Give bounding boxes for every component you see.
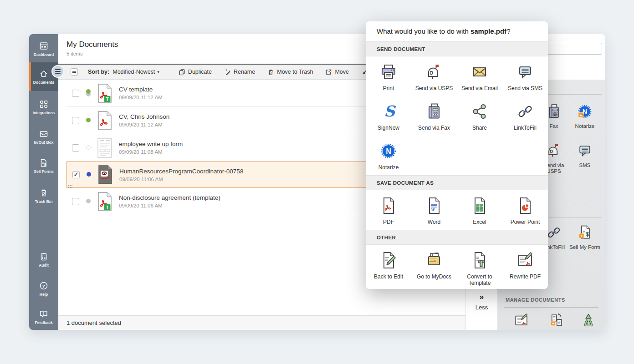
- status-badge: [86, 144, 92, 152]
- status-bar: 1 document selected: [58, 315, 465, 330]
- move-button[interactable]: Move: [325, 69, 349, 76]
- excel-file-icon: [470, 197, 489, 215]
- modal-save-word[interactable]: Word: [411, 190, 457, 230]
- manage-rewrite-button[interactable]: [514, 313, 529, 328]
- drag-handle[interactable]: [68, 185, 69, 186]
- modal-go-to-mydocs[interactable]: Go to MyDocs: [411, 245, 457, 289]
- row-checkbox[interactable]: [72, 90, 79, 97]
- printer-icon: [379, 63, 398, 81]
- sidebar-item-feedback[interactable]: Feedback: [29, 305, 58, 329]
- modal-action-print[interactable]: Print: [366, 56, 411, 96]
- link-icon: [546, 224, 562, 241]
- status-badge: [86, 197, 92, 206]
- modal-action-signnow[interactable]: SignNow: [366, 96, 411, 136]
- sidebar-collapse-button[interactable]: [51, 65, 64, 78]
- modal-action-send-usps[interactable]: Send via USPS: [411, 56, 457, 96]
- modal-action-linktofill[interactable]: LinkToFill: [502, 96, 548, 136]
- sidebar-item-dashboard[interactable]: Dashboard: [29, 38, 58, 61]
- edit-document-icon: [379, 251, 398, 269]
- modal-action-send-sms[interactable]: Send via SMS: [502, 56, 548, 96]
- powerpoint-file-icon: [516, 197, 534, 215]
- feedback-icon: [39, 309, 48, 318]
- divider: [504, 307, 598, 308]
- modal-save-excel[interactable]: Excel: [457, 190, 502, 230]
- sms-bubble-icon: [577, 142, 593, 159]
- inbox-icon: [39, 129, 48, 138]
- status-badge: [87, 171, 92, 179]
- modal-rewrite-pdf[interactable]: Rewrite PDF: [502, 245, 548, 289]
- sidebar-item-help[interactable]: Help: [29, 277, 58, 301]
- word-file-icon: [425, 197, 443, 215]
- trash-icon: [267, 69, 274, 76]
- manage-versions-button[interactable]: [549, 313, 564, 328]
- row-checkbox[interactable]: [72, 117, 79, 124]
- section-other: OTHER: [366, 230, 548, 245]
- share-icon: [470, 102, 489, 121]
- panel-action-sms[interactable]: SMS: [569, 142, 600, 168]
- chevron-double-right-icon: »: [466, 293, 497, 301]
- pencil-icon: [224, 69, 231, 76]
- modal-save-powerpoint[interactable]: Power Point: [502, 190, 548, 230]
- section-send-document: SEND DOCUMENT: [366, 41, 548, 56]
- panel-action-notarize[interactable]: Notarize: [569, 103, 600, 129]
- duplicate-icon: [179, 69, 185, 76]
- less-button[interactable]: » Less: [466, 293, 497, 311]
- home-icon: [39, 69, 48, 78]
- panel-action-sell-my-form[interactable]: Sell My Form: [569, 224, 600, 250]
- modal-action-notarize[interactable]: Notarize: [366, 136, 411, 175]
- envelope-icon: [470, 63, 489, 81]
- link-icon: [516, 102, 534, 121]
- docs-folder-icon: [425, 251, 443, 269]
- status-badge: [86, 116, 92, 125]
- sidebar-item-integrations[interactable]: Integrations: [29, 96, 58, 119]
- signnow-icon: [379, 102, 398, 121]
- rewrite-pdf-icon: [516, 251, 534, 269]
- notarize-seal-icon: [577, 103, 593, 120]
- items-count: 5 items: [66, 51, 82, 56]
- merge-documents-icon: [581, 313, 596, 328]
- sidebar-item-audit[interactable]: Audit: [29, 248, 58, 272]
- rewrite-pdf-icon: [514, 313, 529, 328]
- sms-bubble-icon: [516, 63, 534, 81]
- rename-button[interactable]: Rename: [224, 69, 255, 76]
- pdf-file-icon: [379, 197, 398, 215]
- section-save-document-as: SAVE DOCUMENT AS: [366, 175, 548, 190]
- sort-dropdown[interactable]: Sort by: Modified-Newest ▾: [88, 69, 159, 75]
- modal-action-share[interactable]: Share: [457, 96, 502, 136]
- chevron-down-icon: ▾: [157, 70, 159, 74]
- pdf-template-icon: [97, 83, 112, 103]
- sell-forms-icon: [39, 158, 48, 167]
- integrations-icon: [39, 100, 48, 109]
- modal-action-send-email[interactable]: Send via Email: [457, 56, 502, 96]
- duplicate-button[interactable]: Duplicate: [179, 69, 212, 76]
- sidebar-item-trashbin[interactable]: Trash Bin: [29, 184, 58, 208]
- mailbox-icon: [425, 63, 443, 81]
- row-checkbox[interactable]: [72, 171, 80, 178]
- form-thumbnail: [97, 138, 112, 158]
- sidebar-item-sellforms[interactable]: Sell Forms: [29, 154, 58, 178]
- sidebar: Dashboard Documents Integrations In/Out …: [29, 34, 58, 330]
- dashboard-icon: [39, 41, 48, 51]
- dark-thumbnail: [97, 165, 113, 185]
- fax-icon: [425, 102, 443, 121]
- select-all-checkbox[interactable]: [71, 68, 78, 76]
- file-name: sample.pdf: [470, 27, 506, 35]
- sell-form-icon: [577, 224, 593, 241]
- modal-back-to-edit[interactable]: Back to Edit: [366, 245, 411, 289]
- modal-convert-to-template[interactable]: Convert to Template: [457, 245, 502, 289]
- what-to-do-modal: What would you like to do with sample.pd…: [366, 21, 548, 289]
- move-to-trash-button[interactable]: Move to Trash: [267, 69, 313, 76]
- manage-merge-button[interactable]: [581, 313, 596, 328]
- sidebar-item-inoutbox[interactable]: In/Out Box: [29, 125, 58, 149]
- notarize-seal-icon: [379, 142, 398, 160]
- row-checkbox[interactable]: [72, 198, 79, 205]
- fax-icon: [546, 103, 562, 120]
- modal-title: What would you like to do with sample.pd…: [366, 21, 548, 41]
- row-checkbox[interactable]: [72, 144, 79, 152]
- manage-documents-header: MANAGE DOCUMENTS: [506, 297, 565, 303]
- modal-action-send-fax[interactable]: Send via Fax: [411, 96, 457, 136]
- template-icon: [470, 251, 489, 269]
- page-title: My Documents: [66, 40, 118, 49]
- document-versions-icon: [549, 313, 564, 328]
- modal-save-pdf[interactable]: PDF: [366, 190, 411, 230]
